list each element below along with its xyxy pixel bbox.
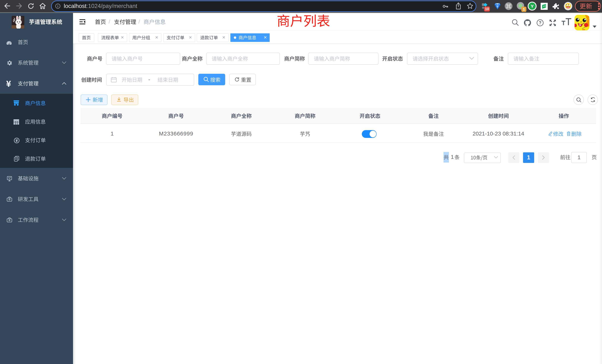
svg-text:?: ? — [539, 20, 541, 25]
svg-text:1: 1 — [523, 7, 525, 11]
svg-text:10: 10 — [485, 7, 489, 11]
